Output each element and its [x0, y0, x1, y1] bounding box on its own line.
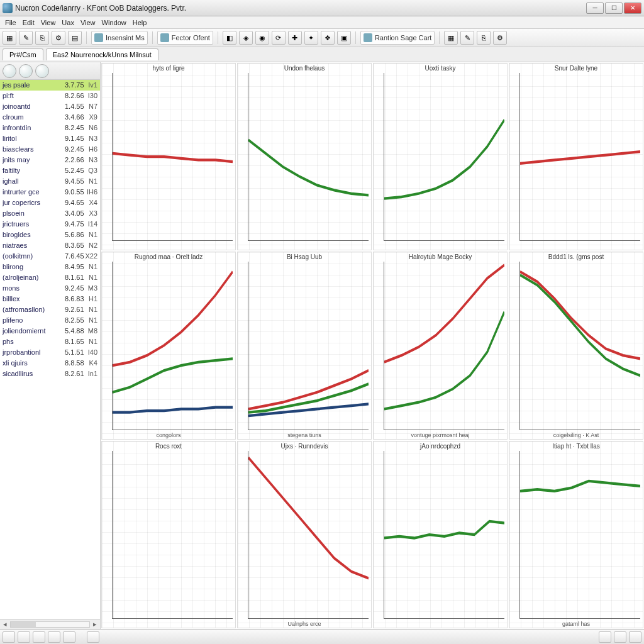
tab-eas2[interactable]: Eas2 Naurrenock/kUnns Milnsut — [46, 48, 158, 60]
menubar: File Edit View Uax View Window Help — [0, 16, 644, 29]
chart-xlabel: Ualnphs erce — [238, 621, 371, 627]
toolbar-icon[interactable]: ⎘ — [477, 31, 491, 45]
menu-view[interactable]: View — [41, 19, 56, 26]
toolbar-icon[interactable]: ✎ — [460, 31, 474, 45]
toolbar-icon[interactable]: ✦ — [304, 31, 318, 45]
list-item[interactable]: sicadllirus8.2.61In1 — [0, 369, 100, 379]
toolbar-icon[interactable]: ◉ — [255, 31, 269, 45]
sidebar-tool-2[interactable] — [19, 64, 33, 78]
list-item[interactable]: (oolkitmn)7.6.45X22 — [0, 251, 100, 262]
list-item[interactable]: (alroljeinan)8.1.61N1 — [0, 272, 100, 283]
sidebar-tool-3[interactable] — [35, 64, 49, 78]
status-btn-5[interactable] — [63, 631, 75, 643]
list-item[interactable]: jrictruers9.4.75I14 — [0, 219, 100, 230]
chart-plot[interactable] — [248, 73, 369, 241]
list-item[interactable]: jur copericrs9.4.65X4 — [0, 197, 100, 208]
list-item[interactable]: billlex8.6.83H1 — [0, 294, 100, 304]
list-item[interactable]: blirong8.4.95N1 — [0, 262, 100, 272]
var-value: 3.7.75 — [65, 80, 82, 90]
status-btn-2[interactable] — [18, 631, 30, 643]
toolbar-label-button[interactable]: Fector Ofent — [157, 31, 213, 45]
list-item[interactable]: pi:ft8.2.66I30 — [0, 91, 100, 101]
toolbar-icon[interactable]: ▣ — [337, 31, 351, 45]
toolbar-label-button[interactable]: Insensint Ms — [91, 31, 148, 45]
status-btn-4[interactable] — [48, 631, 60, 643]
list-item[interactable]: plifeno8.2.55N1 — [0, 315, 100, 326]
var-code: N3 — [82, 134, 97, 143]
list-item[interactable]: plsoein3.4.05X3 — [0, 208, 100, 219]
list-item[interactable]: liritol9.1.45N3 — [0, 133, 100, 144]
toolbar-icon[interactable]: ✎ — [19, 31, 33, 45]
var-value: 5.4.88 — [65, 326, 82, 336]
status-btn-6[interactable] — [87, 631, 99, 643]
chart-plot[interactable] — [112, 262, 233, 430]
var-name: cIroum — [3, 113, 65, 122]
status-btn-3[interactable] — [33, 631, 45, 643]
document-tabs: Pr#/Csm Eas2 Naurrenock/kUnns Milnsut — [0, 47, 644, 62]
chart-plot[interactable] — [384, 73, 504, 241]
var-value: 8.4.95 — [65, 262, 82, 272]
chart-plot[interactable] — [519, 262, 640, 430]
toolbar-icon[interactable]: ◈ — [239, 31, 253, 45]
list-item[interactable]: phs8.1.65N1 — [0, 336, 100, 347]
chart-plot[interactable] — [519, 451, 640, 619]
toolbar-icon[interactable]: ❖ — [321, 31, 335, 45]
list-item[interactable]: mons9.2.45M3 — [0, 283, 100, 294]
list-item[interactable]: (atfromasllon)9.2.61N1 — [0, 304, 100, 315]
toolbar-icon[interactable]: ▦ — [444, 31, 458, 45]
minimize-button[interactable]: ─ — [586, 3, 604, 14]
chart-plot[interactable] — [248, 262, 369, 430]
chart-plot[interactable] — [384, 451, 504, 619]
list-item[interactable]: niatraes8.3.65N2 — [0, 240, 100, 251]
var-name: pi:ft — [3, 91, 65, 101]
var-value: 8.1.65 — [65, 337, 82, 347]
list-item[interactable]: ighall9.4.55N1 — [0, 176, 100, 187]
status-btn-r3[interactable] — [629, 631, 641, 643]
var-code: In1 — [82, 369, 97, 379]
list-item[interactable]: jrprobantionl5.1.51I40 — [0, 347, 100, 358]
list-item[interactable]: jnits may2.2.66N3 — [0, 155, 100, 165]
list-item[interactable]: joinoantd1.4.55N7 — [0, 101, 100, 112]
chart-xlabel: vontuge pixrmosnt heaj — [374, 432, 507, 438]
chart-plot[interactable] — [248, 451, 369, 619]
toolbar-icon[interactable]: ▦ — [3, 31, 16, 45]
list-item[interactable]: xli qjuirs8.8.58K4 — [0, 358, 100, 369]
list-item[interactable]: biasclears9.2.45H6 — [0, 144, 100, 155]
toolbar-icon[interactable]: ◧ — [223, 31, 236, 45]
toolbar-icon[interactable]: ⚙ — [52, 31, 65, 45]
list-item[interactable]: infrontdin8.2.45N6 — [0, 123, 100, 133]
menu-view2[interactable]: View — [80, 19, 96, 26]
maximize-button[interactable]: ☐ — [605, 3, 623, 14]
list-item[interactable]: intrurter gce9.0.55IH6 — [0, 187, 100, 197]
status-btn-1[interactable] — [3, 631, 15, 643]
menu-edit[interactable]: Edit — [23, 19, 35, 26]
status-btn-r1[interactable] — [599, 631, 611, 643]
list-item[interactable]: faltilty5.2.45Q3 — [0, 165, 100, 176]
menu-uax[interactable]: Uax — [62, 19, 74, 26]
var-code: N1 — [82, 305, 97, 314]
list-item[interactable]: cIroum3.4.66X9 — [0, 112, 100, 123]
chart-plot[interactable] — [519, 73, 640, 241]
var-name: biasclears — [3, 145, 65, 154]
toolbar-icon[interactable]: ⎘ — [35, 31, 49, 45]
toolbar-label-button[interactable]: Rantion Sage Cart — [360, 31, 435, 45]
tab-prfcsm[interactable]: Pr#/Csm — [3, 48, 43, 60]
menu-file[interactable]: File — [5, 19, 16, 26]
list-item[interactable]: birogldes5.6.86N1 — [0, 230, 100, 240]
toolbar-icon[interactable]: ⚙ — [493, 31, 507, 45]
sidebar-tool-1[interactable] — [3, 64, 16, 78]
toolbar-icon[interactable]: ✚ — [288, 31, 302, 45]
status-btn-r2[interactable] — [614, 631, 626, 643]
list-item[interactable]: jes psale3.7.75Iv1 — [0, 80, 100, 91]
menu-window[interactable]: Window — [102, 19, 126, 26]
chart-plot[interactable] — [112, 73, 233, 241]
close-button[interactable]: ✕ — [624, 3, 641, 14]
sidebar-hscrollbar[interactable]: ◂▸ — [0, 619, 100, 629]
variable-list[interactable]: jes psale3.7.75Iv1pi:ft8.2.66I30joinoant… — [0, 80, 100, 619]
chart-plot[interactable] — [384, 262, 504, 430]
list-item[interactable]: joliendomiernt5.4.88M8 — [0, 326, 100, 336]
toolbar-icon[interactable]: ⟳ — [272, 31, 286, 45]
menu-help[interactable]: Help — [133, 19, 147, 26]
toolbar-icon[interactable]: ▤ — [68, 31, 82, 45]
chart-plot[interactable] — [112, 451, 233, 619]
